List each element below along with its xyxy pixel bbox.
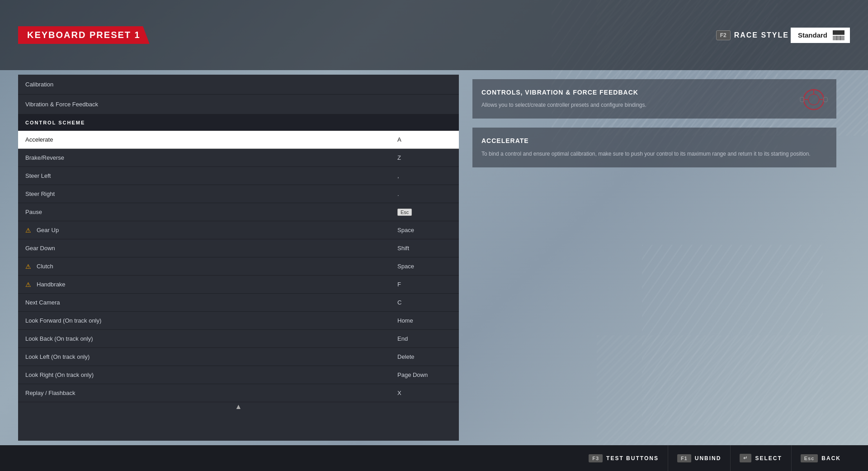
controls-info-text: Allows you to select/create controller p… <box>481 101 827 109</box>
control-row-look-left[interactable]: Look Left (On track only) Delete <box>18 348 459 366</box>
preset-title: KEYBOARD PRESET 1 <box>27 30 141 40</box>
control-key-pause: Esc <box>397 209 452 216</box>
race-style-value-box[interactable]: Standard <box>791 28 850 43</box>
controller-icon <box>798 86 830 113</box>
section-header-text: CONTROL SCHEME <box>25 120 85 125</box>
control-name-look-back: Look Back (On track only) <box>25 335 397 342</box>
bottom-action-back[interactable]: Esc BACK <box>791 445 850 471</box>
enter-key: ↵ <box>740 454 751 462</box>
control-row-look-right[interactable]: Look Right (On track only) Page Down <box>18 366 459 384</box>
control-key-brake: Z <box>397 154 452 161</box>
accelerate-info-text: To bind a control and ensure optimal cal… <box>481 150 827 158</box>
f2-key: F2 <box>716 30 731 40</box>
esc-key-back: Esc <box>801 454 818 462</box>
control-key-clutch: Space <box>397 263 452 270</box>
scroll-arrow-icon: ▲ <box>235 403 242 411</box>
control-key-gear-down: Shift <box>397 245 452 252</box>
control-key-replay: X <box>397 390 452 396</box>
info-panel: CONTROLS, VIBRATION & FORCE FEEDBACK All… <box>459 75 850 441</box>
control-row-gear-up[interactable]: ⚠ Gear Up Space <box>18 221 459 239</box>
test-buttons-label: TEST BUTTONS <box>606 455 659 461</box>
header: KEYBOARD PRESET 1 F2 RACE STYLE Standard <box>0 0 868 70</box>
control-row-steer-right[interactable]: Steer Right . <box>18 185 459 203</box>
control-name-gear-up: ⚠ Gear Up <box>25 227 397 234</box>
control-row-replay[interactable]: Replay / Flashback X <box>18 384 459 402</box>
control-name-look-forward: Look Forward (On track only) <box>25 317 397 324</box>
warning-icon-handbrake: ⚠ <box>25 281 31 288</box>
control-row-steer-left[interactable]: Steer Left , <box>18 167 459 185</box>
control-list: Calibration Vibration & Force Feedback C… <box>18 75 459 441</box>
nav-item-calibration[interactable]: Calibration <box>18 75 459 95</box>
control-name-look-right: Look Right (On track only) <box>25 371 397 378</box>
back-label: BACK <box>821 455 841 461</box>
main-content: Calibration Vibration & Force Feedback C… <box>0 70 868 445</box>
unbind-label: UNBIND <box>695 455 722 461</box>
race-style-label: RACE STYLE <box>734 31 789 39</box>
control-key-next-camera: C <box>397 299 452 306</box>
nav-item-vibration[interactable]: Vibration & Force Feedback <box>18 95 459 114</box>
control-key-gear-up: Space <box>397 227 452 233</box>
control-key-steer-left: , <box>397 172 452 179</box>
section-header-control-scheme: CONTROL SCHEME <box>18 114 459 131</box>
control-row-pause[interactable]: Pause Esc <box>18 203 459 221</box>
accelerate-info-section: ACCELERATE To bind a control and ensure … <box>472 128 836 167</box>
control-name-next-camera: Next Camera <box>25 299 397 306</box>
control-row-look-forward[interactable]: Look Forward (On track only) Home <box>18 312 459 330</box>
control-key-look-right: Page Down <box>397 371 452 378</box>
controls-info-title: CONTROLS, VIBRATION & FORCE FEEDBACK <box>481 88 827 96</box>
control-key-steer-right: . <box>397 190 452 197</box>
nav-item-vibration-label: Vibration & Force Feedback <box>25 101 452 108</box>
control-name-clutch: ⚠ Clutch <box>25 263 397 270</box>
bottom-action-test-buttons[interactable]: F3 TEST BUTTONS <box>580 445 668 471</box>
control-name-gear-down: Gear Down <box>25 245 397 252</box>
control-panel: Calibration Vibration & Force Feedback C… <box>18 75 459 441</box>
race-style-value: Standard <box>798 31 827 39</box>
grid-icon-3 <box>840 30 844 35</box>
esc-badge: Esc <box>397 209 412 216</box>
bottom-bar: F3 TEST BUTTONS F1 UNBIND ↵ SELECT Esc B… <box>0 445 868 471</box>
control-row-clutch[interactable]: ⚠ Clutch Space <box>18 257 459 276</box>
control-name-accelerate: Accelerate <box>25 136 397 143</box>
control-name-brake: Brake/Reverse <box>25 154 397 161</box>
nav-item-calibration-label: Calibration <box>25 81 452 88</box>
control-row-next-camera[interactable]: Next Camera C <box>18 294 459 312</box>
control-row-look-back[interactable]: Look Back (On track only) End <box>18 330 459 348</box>
control-row-brake[interactable]: Brake/Reverse Z <box>18 149 459 167</box>
scroll-indicator: ▲ <box>18 402 459 411</box>
control-key-handbrake: F <box>397 281 452 288</box>
grid-icon-6 <box>840 36 844 40</box>
control-row-gear-down[interactable]: Gear Down Shift <box>18 239 459 257</box>
control-key-look-back: End <box>397 335 452 342</box>
svg-point-1 <box>808 94 819 105</box>
warning-icon-gear-up: ⚠ <box>25 227 31 234</box>
bottom-action-unbind[interactable]: F1 UNBIND <box>668 445 731 471</box>
control-name-look-left: Look Left (On track only) <box>25 353 397 360</box>
view-toggle-icons[interactable] <box>833 30 843 40</box>
control-key-look-forward: Home <box>397 317 452 324</box>
race-style-wrapper[interactable]: F2 RACE STYLE Standard <box>716 28 850 43</box>
accelerate-info-title: ACCELERATE <box>481 137 827 145</box>
preset-title-wrapper: KEYBOARD PRESET 1 <box>18 26 150 44</box>
control-row-handbrake[interactable]: ⚠ Handbrake F <box>18 276 459 294</box>
control-name-steer-left: Steer Left <box>25 172 397 179</box>
preset-title-background: KEYBOARD PRESET 1 <box>18 26 150 44</box>
control-name-steer-right: Steer Right <box>25 190 397 197</box>
f1-key: F1 <box>677 454 691 462</box>
control-name-pause: Pause <box>25 209 397 215</box>
control-name-handbrake: ⚠ Handbrake <box>25 281 397 288</box>
f3-key: F3 <box>589 454 603 462</box>
warning-icon-clutch: ⚠ <box>25 263 31 270</box>
select-label: SELECT <box>755 455 782 461</box>
control-row-accelerate[interactable]: Accelerate A <box>18 131 459 149</box>
control-key-look-left: Delete <box>397 353 452 360</box>
control-name-replay: Replay / Flashback <box>25 390 397 396</box>
control-key-accelerate: A <box>397 136 452 143</box>
bottom-action-select[interactable]: ↵ SELECT <box>730 445 791 471</box>
controls-info-section: CONTROLS, VIBRATION & FORCE FEEDBACK All… <box>472 79 836 119</box>
